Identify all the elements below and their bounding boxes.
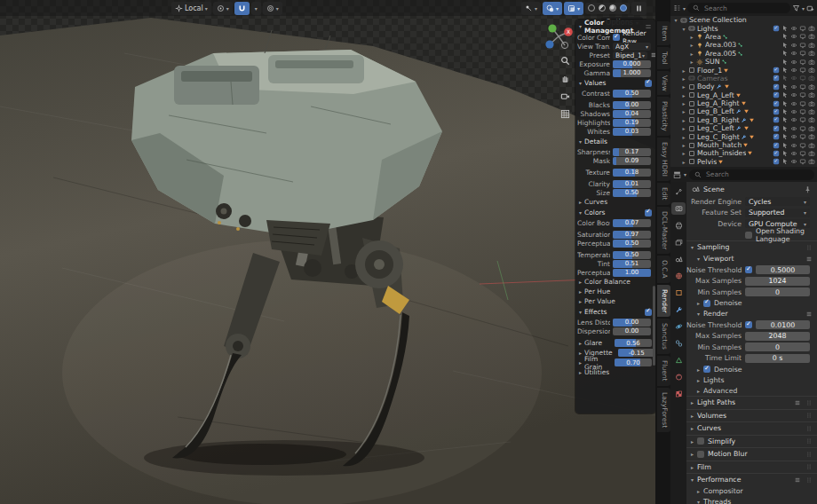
pivot-point-dropdown[interactable]: ▾ [213, 2, 233, 15]
dots-icon[interactable] [805, 243, 813, 251]
3d-viewport[interactable]: Local ▾ ▾ ▾ ▾ [0, 0, 655, 504]
checkbox[interactable] [773, 75, 779, 81]
screen-icon[interactable] [798, 141, 806, 149]
properties-search[interactable] [689, 169, 814, 180]
checkbox[interactable] [773, 109, 779, 114]
subpanel-render[interactable]: ▾Render [686, 309, 817, 320]
eye-icon[interactable] [789, 41, 797, 49]
outliner-search[interactable] [687, 3, 790, 13]
preset-icon[interactable] [793, 476, 801, 484]
chevron-right-icon[interactable]: ▸ [688, 51, 695, 57]
outliner-row-mouth-insides[interactable]: ▸Mouth_insides [670, 149, 817, 157]
chevron-right-icon[interactable]: ▸ [680, 150, 687, 156]
zoom-icon[interactable] [559, 55, 571, 67]
pin-icon[interactable] [804, 185, 812, 193]
screen-icon[interactable] [798, 67, 806, 75]
tint-slider[interactable]: 0.51 [613, 260, 651, 268]
eye-icon[interactable] [789, 50, 797, 58]
panel-section-details[interactable]: ▾Details [575, 136, 655, 147]
collapsed-panel-film-grain[interactable]: ▸Film Grain0.70 [575, 358, 655, 367]
sidebar-tab-o-c-a[interactable]: O.C.A [657, 256, 670, 283]
properties-tab-world[interactable] [671, 270, 686, 282]
panel-simplify[interactable]: ▸Simplify [686, 435, 817, 448]
sidebar-tab-easy-hdri[interactable]: Easy HDRI [657, 138, 670, 181]
checkbox[interactable] [773, 142, 779, 147]
gamma-slider[interactable]: 1.000 [613, 69, 651, 77]
pointer-icon[interactable] [781, 124, 789, 132]
camera-icon[interactable] [807, 33, 815, 41]
checkbox[interactable] [703, 366, 710, 373]
eye-icon[interactable] [789, 116, 797, 124]
properties-tab-material[interactable] [671, 371, 686, 383]
pointer-icon[interactable] [781, 33, 789, 41]
dots-icon[interactable] [805, 450, 813, 458]
temperatu--slider[interactable]: 0.50 [613, 251, 651, 259]
checkbox[interactable] [613, 34, 620, 41]
color-boost-slider[interactable]: 0.07 [613, 219, 651, 227]
camera-icon[interactable] [807, 158, 815, 166]
checkbox[interactable] [773, 84, 779, 90]
outliner-row-mouth-hatch[interactable]: ▸Mouth_hatch [670, 141, 817, 149]
pointer-icon[interactable] [781, 149, 789, 157]
outliner-row-area-003[interactable]: ▸Area.003 [670, 41, 817, 49]
camera-icon[interactable] [807, 107, 815, 115]
chevron-right-icon[interactable]: ▸ [680, 117, 687, 123]
camera-icon[interactable] [807, 91, 815, 99]
collapsed-lights[interactable]: ▸Lights [686, 374, 817, 385]
eye-icon[interactable] [789, 99, 797, 107]
screen-icon[interactable] [798, 116, 806, 124]
screen-icon[interactable] [798, 133, 806, 141]
pointer-icon[interactable] [781, 158, 789, 166]
properties-tab-render[interactable] [671, 202, 686, 215]
panel-section-effects[interactable]: ▾Effects [575, 306, 655, 318]
collapsed-panel-per-hue[interactable]: ▸Per Hue [575, 287, 655, 296]
outliner-row-leg-c-left[interactable]: ▸Leg_C_Left [670, 124, 817, 132]
feature-set-dropdown[interactable]: Supported▾ [745, 209, 810, 217]
properties-search-input[interactable] [704, 169, 810, 179]
perceptual-slider[interactable]: 0.50 [613, 240, 651, 248]
film-grain-slider[interactable]: 0.70 [615, 358, 652, 366]
editor-type-icon[interactable] [673, 170, 681, 178]
checkbox[interactable] [645, 209, 652, 217]
properties-tab-output[interactable] [671, 219, 686, 232]
panel-performance[interactable]: ▾Performance [686, 473, 817, 486]
dots-icon[interactable] [805, 476, 813, 484]
noise-threshold-field[interactable]: 0.0100 [756, 320, 810, 329]
properties-tab-tool[interactable] [671, 185, 686, 198]
view-tran--dropdown[interactable]: AgX▾ [613, 43, 651, 51]
shadows-slider[interactable]: 0.04 [613, 110, 651, 118]
sidebar-tab-sanctus[interactable]: Sanctus [657, 319, 670, 354]
noise-threshold-field[interactable]: 0.5000 [756, 265, 810, 274]
collapsed-denoise[interactable]: ▸Denoise [686, 298, 817, 309]
navigation-gizmo[interactable]: X [543, 21, 574, 53]
filter-funnel-icon[interactable] [792, 4, 800, 12]
preset-dropdown[interactable]: Biped_1▾ [613, 51, 647, 59]
pointer-icon[interactable] [781, 99, 789, 107]
subpanel-threads[interactable]: ▾Threads [686, 497, 817, 504]
collapsed-panel-per-value[interactable]: ▸Per Value [575, 296, 655, 306]
outliner-row-leg-b-left[interactable]: ▸Leg_B_Left [670, 107, 817, 115]
camera-icon[interactable] [807, 50, 815, 58]
checkbox[interactable] [745, 266, 752, 273]
camera-icon[interactable] [807, 149, 815, 157]
pointer-icon[interactable] [781, 41, 789, 49]
sidebar-tab-fluent[interactable]: Fluent [657, 356, 670, 385]
panel-volumes[interactable]: ▸Volumes [686, 409, 817, 422]
panel-film[interactable]: ▸Film [686, 461, 817, 474]
collapsed-panel-glare[interactable]: ▸Glare0.56 [575, 338, 655, 348]
camera-icon[interactable] [807, 41, 815, 49]
panel-light-paths[interactable]: ▸Light Paths [686, 396, 817, 409]
camera-icon[interactable] [807, 116, 815, 124]
outliner-row-body[interactable]: ▸Body [670, 83, 817, 91]
max-samples-field[interactable]: 2048 [745, 332, 810, 341]
eye-icon[interactable] [789, 149, 797, 157]
checkbox[interactable] [773, 159, 779, 164]
screen-icon[interactable] [798, 41, 806, 49]
camera-icon[interactable] [807, 58, 815, 66]
screen-icon[interactable] [798, 91, 806, 99]
screen-icon[interactable] [798, 75, 806, 83]
collapsed-denoise[interactable]: ▸Denoise [686, 364, 817, 374]
eye-icon[interactable] [789, 75, 797, 83]
overlays-toggle-button[interactable]: ▾ [543, 2, 562, 15]
screen-icon[interactable] [798, 33, 806, 41]
